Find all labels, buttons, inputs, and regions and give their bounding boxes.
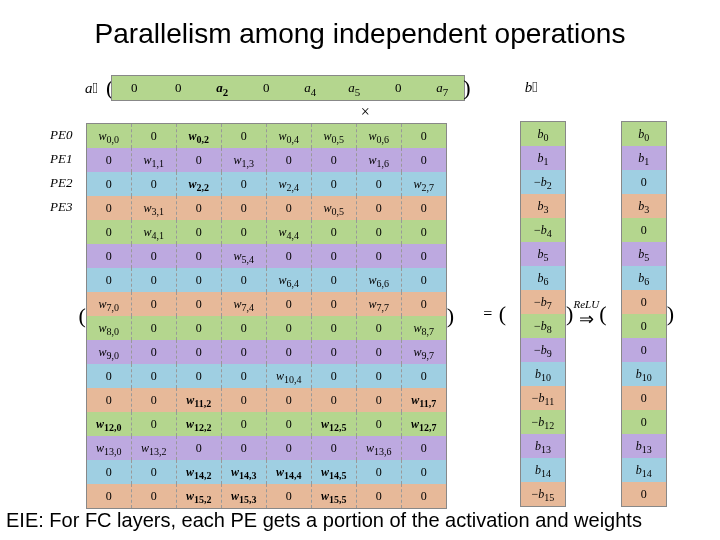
matrix-cell: 0 <box>176 148 221 172</box>
vec-cell: −b15 <box>521 482 565 506</box>
matrix-cell: 0 <box>401 292 446 316</box>
matrix-cell: 0 <box>221 196 266 220</box>
vec-cell: −b8 <box>521 314 565 338</box>
matrix-cell: w11,2 <box>176 388 221 412</box>
matrix-cell: w15,3 <box>221 484 266 508</box>
matrix-cell: 0 <box>221 124 266 148</box>
pe-label: PE1 <box>50 147 72 171</box>
matrix-cell: w3,1 <box>131 196 176 220</box>
matrix-row: w8,0000000w8,7 <box>87 316 446 340</box>
vec-cell: 0 <box>622 410 666 434</box>
matrix-cell: 0 <box>356 172 401 196</box>
matrix-cell: 0 <box>311 436 356 460</box>
matrix-cell: 0 <box>87 244 131 268</box>
output-pre-relu: b0b1−b2b3−b4b5b6−b7−b8−b9b10−b11−b12b13b… <box>520 121 566 507</box>
matrix-cell: 0 <box>401 484 446 508</box>
matrix-cell: 0 <box>356 196 401 220</box>
matrix-cell: 0 <box>401 196 446 220</box>
matrix-cell: 0 <box>221 388 266 412</box>
page-title: Parallelism among independent operations <box>0 0 720 50</box>
matrix-cell: 0 <box>131 364 176 388</box>
matrix-cell: w1,3 <box>221 148 266 172</box>
matrix-cell: 0 <box>311 172 356 196</box>
matrix-cell: w8,0 <box>87 316 131 340</box>
activation-vector: a⃗ ( 00a20a4a50a7 ) <box>85 75 471 101</box>
matrix-cell: 0 <box>401 364 446 388</box>
matrix-cell: 0 <box>266 436 311 460</box>
matrix-cell: w15,5 <box>311 484 356 508</box>
pe-label: PE3 <box>50 195 72 219</box>
vec-cell: b1 <box>521 146 565 170</box>
matrix-row: 00w11,20000w11,7 <box>87 388 446 412</box>
matrix-cell: w14,3 <box>221 460 266 484</box>
pe-label: PE2 <box>50 171 72 195</box>
vec-cell: −b2 <box>521 170 565 194</box>
matrix-cell: 0 <box>87 172 131 196</box>
matrix-row: w13,0w13,20000w13,60 <box>87 436 446 460</box>
matrix-cell: 0 <box>401 268 446 292</box>
matrix-cell: 0 <box>87 196 131 220</box>
matrix-cell: 0 <box>87 268 131 292</box>
matrix-cell: 0 <box>356 220 401 244</box>
a-cell: 0 <box>244 76 288 100</box>
matrix-cell: w14,2 <box>176 460 221 484</box>
a-cell: 0 <box>112 76 156 100</box>
vec-cell: b6 <box>521 266 565 290</box>
matrix-cell: 0 <box>176 316 221 340</box>
matrix-cell: 0 <box>131 460 176 484</box>
pe-label: PE0 <box>50 123 72 147</box>
vec-cell: 0 <box>622 482 666 506</box>
matrix-cell: w12,2 <box>176 412 221 436</box>
matrix-cell: 0 <box>176 292 221 316</box>
matrix-cell: 0 <box>176 244 221 268</box>
a-cell: a7 <box>420 76 464 100</box>
matrix-cell: w0,5 <box>311 124 356 148</box>
matrix-cell: 0 <box>221 436 266 460</box>
matrix-cell: w2,2 <box>176 172 221 196</box>
matrix-row: w0,00w0,20w0,4w0,5w0,60 <box>87 124 446 148</box>
matrix-cell: 0 <box>87 484 131 508</box>
vec-cell: 0 <box>622 290 666 314</box>
matrix-row: 0w1,10w1,300w1,60 <box>87 148 446 172</box>
matrix-cell: 0 <box>266 292 311 316</box>
matrix-cell: 0 <box>311 292 356 316</box>
matrix-cell: 0 <box>311 244 356 268</box>
matrix-row: 0w4,100w4,4000 <box>87 220 446 244</box>
matrix-cell: w9,7 <box>401 340 446 364</box>
vec-cell: b13 <box>622 434 666 458</box>
vec-cell: −b7 <box>521 290 565 314</box>
matrix-row: 0000w10,4000 <box>87 364 446 388</box>
matrix-cell: w7,4 <box>221 292 266 316</box>
matrix-cell: 0 <box>266 388 311 412</box>
matrix-cell: 0 <box>131 172 176 196</box>
matrix-cell: 0 <box>221 172 266 196</box>
matrix-cell: w13,6 <box>356 436 401 460</box>
matrix-cell: w8,7 <box>401 316 446 340</box>
weight-matrix: w0,00w0,20w0,4w0,5w0,600w1,10w1,300w1,60… <box>86 123 447 509</box>
matrix-cell: 0 <box>131 484 176 508</box>
matrix-cell: 0 <box>356 388 401 412</box>
matrix-cell: w15,2 <box>176 484 221 508</box>
output-post-relu: b0b10b30b5b6000b1000b13b140 <box>621 121 667 507</box>
matrix-row: w12,00w12,200w12,50w12,7 <box>87 412 446 436</box>
matrix-cell: 0 <box>401 244 446 268</box>
matrix-cell: 0 <box>221 316 266 340</box>
vec-cell: 0 <box>622 218 666 242</box>
matrix-cell: 0 <box>311 316 356 340</box>
matrix-cell: 0 <box>266 316 311 340</box>
matrix-cell: w0,4 <box>266 124 311 148</box>
matrix-cell: w13,0 <box>87 436 131 460</box>
matrix-cell: 0 <box>87 460 131 484</box>
matrix-cell: 0 <box>131 388 176 412</box>
matrix-cell: w13,2 <box>131 436 176 460</box>
vec-cell: b3 <box>521 194 565 218</box>
matrix-cell: 0 <box>87 148 131 172</box>
matrix-cell: 0 <box>176 268 221 292</box>
matrix-cell: 0 <box>176 220 221 244</box>
matrix-cell: w0,5 <box>311 196 356 220</box>
matrix-cell: 0 <box>176 340 221 364</box>
matrix-cell: w7,7 <box>356 292 401 316</box>
matrix-row: w9,0000000w9,7 <box>87 340 446 364</box>
vec-cell: b10 <box>622 362 666 386</box>
matrix-cell: 0 <box>176 196 221 220</box>
